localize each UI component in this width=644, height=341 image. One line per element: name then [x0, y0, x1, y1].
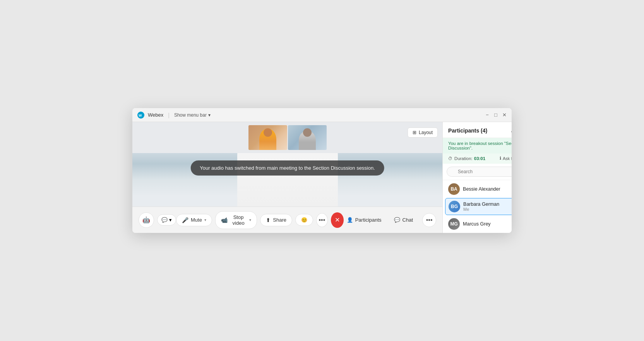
svg-text:W: W — [139, 114, 142, 117]
main-video: Your audio has switched from main meetin… — [132, 153, 442, 207]
mute-caret: ▾ — [204, 218, 206, 222]
caption-caret: ▾ — [169, 217, 172, 223]
participant-item[interactable]: BA Bessie Alexander 🎤 📷 — [443, 180, 512, 198]
more-icon: ••• — [319, 217, 325, 224]
participants-icon: 👤 — [347, 217, 353, 223]
control-bar-center: 🎤 Mute ▾ 📹 Stop video ▾ ⬆ Share 😊 — [176, 211, 344, 229]
ask-help-button[interactable]: ℹ Ask for help — [500, 156, 512, 161]
duration-time: 03:01 — [474, 156, 485, 161]
audio-notification: Your audio has switched from main meetin… — [190, 160, 384, 176]
panel-header: Participants (4) ⤢ ✕ — [443, 122, 512, 138]
ai-icon: 🤖 — [142, 216, 150, 224]
layout-button[interactable]: ⊞ Layout — [408, 127, 438, 138]
participant-name: Barbara German — [463, 202, 509, 207]
control-bar: 🤖 💬 ▾ 🎤 Mute ▾ 📹 Stop video — [132, 207, 442, 233]
end-call-icon: ✕ — [335, 216, 340, 224]
participant-name: Bessie Alexander — [463, 186, 509, 192]
avatar-initials: BA — [448, 183, 460, 195]
reactions-icon: 😊 — [301, 217, 307, 223]
participant-info: Bessie Alexander — [463, 186, 509, 192]
clock-icon: ⏱ — [448, 156, 453, 161]
thumbnail-participant-1[interactable] — [248, 125, 287, 150]
stop-video-button[interactable]: 📹 Stop video ▾ — [215, 211, 257, 229]
participant-info: Marcus Grey — [463, 221, 512, 227]
layout-label: Layout — [419, 130, 433, 135]
maximize-button[interactable]: □ — [493, 112, 498, 118]
more-options-button[interactable]: ••• — [316, 213, 328, 227]
ask-help-label: Ask for help — [503, 156, 512, 161]
avatar: BA — [448, 183, 460, 195]
app-window: W Webex | Show menu bar ▾ − □ ✕ — [132, 108, 512, 233]
thumbnail-participant-2[interactable] — [288, 125, 327, 150]
title-separator: | — [168, 112, 170, 118]
participants-button[interactable]: 👤 Participants — [344, 215, 385, 224]
notification-text: Your audio has switched from main meetin… — [200, 165, 375, 171]
avatar: BG — [449, 201, 460, 212]
thumbnail-strip — [132, 122, 442, 153]
expand-panel-button[interactable]: ⤢ — [510, 127, 512, 134]
breakout-banner: You are in breakout session "Section Dis… — [443, 138, 512, 153]
title-bar: W Webex | Show menu bar ▾ − □ ✕ — [132, 108, 512, 122]
close-button[interactable]: ✕ — [502, 112, 507, 118]
video-icon: 📹 — [221, 217, 228, 223]
search-wrapper: 🔍 — [447, 167, 512, 177]
end-call-button[interactable]: ✕ — [331, 212, 344, 228]
mute-label: Mute — [191, 217, 202, 223]
caption-icon: 💬 — [161, 217, 168, 223]
ai-assistant-button[interactable]: 🤖 — [139, 212, 154, 228]
participant-item[interactable]: MG Marcus Grey 🎤 — [443, 215, 512, 233]
app-title: Webex — [148, 112, 163, 118]
chat-icon: 💬 — [394, 217, 400, 223]
search-input[interactable] — [447, 167, 512, 177]
thumbnail-container — [248, 125, 327, 150]
participants-label: Participants — [355, 217, 382, 223]
participant-item-me[interactable]: BG Barbara German Me 🎤 📷 — [445, 198, 512, 215]
control-bar-left: 🤖 💬 ▾ — [139, 212, 176, 228]
minimize-button[interactable]: − — [485, 112, 490, 118]
menu-bar-toggle[interactable]: Show menu bar ▾ — [174, 112, 211, 118]
participants-list: BA Bessie Alexander 🎤 📷 BG — [443, 180, 512, 233]
chevron-down-icon: ▾ — [208, 112, 211, 118]
video-caret: ▾ — [249, 218, 251, 222]
search-bar: 🔍 — [443, 164, 512, 180]
share-icon: ⬆ — [266, 217, 271, 223]
participant-info: Barbara German Me — [463, 202, 509, 212]
window-controls: − □ ✕ — [485, 112, 507, 118]
video-area: ⊞ Layout Your audio has switched from — [132, 122, 442, 233]
participant-name: Marcus Grey — [463, 221, 512, 227]
avatar: MG — [448, 218, 460, 230]
caption-button[interactable]: 💬 ▾ — [157, 214, 176, 226]
right-more-icon: ••• — [426, 217, 433, 224]
avatar-initials: MG — [448, 218, 460, 230]
mute-button[interactable]: 🎤 Mute ▾ — [176, 214, 212, 226]
breakout-info: ⏱ Duration: 03:01 ℹ Ask for help — [443, 153, 512, 164]
participant-sub: Me — [463, 207, 509, 212]
menu-bar-label: Show menu bar — [174, 112, 207, 118]
help-icon: ℹ — [500, 156, 501, 161]
right-more-button[interactable]: ••• — [422, 213, 436, 227]
duration-info: ⏱ Duration: 03:01 — [448, 156, 485, 161]
layout-icon: ⊞ — [413, 130, 416, 135]
chat-label: Chat — [402, 217, 413, 223]
panel-title: Participants (4) — [448, 127, 487, 134]
share-label: Share — [273, 217, 286, 223]
right-panel: Participants (4) ⤢ ✕ You are in breakout… — [442, 122, 512, 233]
chat-button[interactable]: 💬 Chat — [391, 215, 416, 224]
breakout-text: You are in breakout session "Section Dis… — [448, 141, 512, 150]
mute-icon: 🎤 — [182, 217, 188, 223]
duration-label: Duration: — [454, 156, 473, 161]
avatar-initials: BG — [449, 201, 460, 212]
webex-logo-icon: W — [137, 111, 145, 119]
main-content: ⊞ Layout Your audio has switched from — [132, 122, 512, 233]
stop-video-label: Stop video — [230, 214, 247, 226]
panel-header-actions: ⤢ ✕ — [510, 127, 512, 134]
share-button[interactable]: ⬆ Share — [260, 214, 292, 226]
title-bar-left: W Webex | Show menu bar ▾ — [137, 111, 211, 119]
control-bar-right: 👤 Participants 💬 Chat ••• — [344, 213, 436, 227]
reactions-button[interactable]: 😊 — [295, 214, 313, 226]
